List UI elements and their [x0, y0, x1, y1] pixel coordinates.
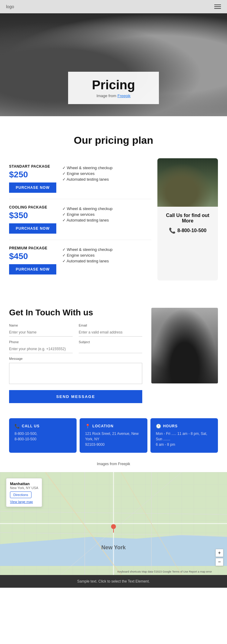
hero-section: Pricing Image from Freepik	[0, 13, 227, 116]
feature-item: Engine services	[62, 171, 151, 176]
map-location-name: Manhattan	[10, 481, 38, 486]
form-group-message: Message	[9, 357, 142, 385]
map-section: New York Manhattan New York, NY USA Dire…	[0, 472, 227, 575]
package-left-cooling: COOLING PACKAGE $350 PURCHASE NOW	[9, 205, 56, 234]
package-left-premium: PREMIUM PACKAGE $450 PURCHASE NOW	[9, 246, 56, 274]
sidebar-contact: Call Us for find out More 📞 8-800-10-500	[157, 207, 218, 281]
map-view-large-link[interactable]: View large map	[10, 500, 33, 504]
logo: logo	[6, 4, 14, 9]
subject-input[interactable]	[79, 345, 142, 353]
package-row-cooling: COOLING PACKAGE $350 PURCHASE NOW Wheel …	[9, 199, 151, 240]
map-overlay: Manhattan New York, NY USA Directions Vi…	[6, 478, 42, 507]
message-label: Message	[9, 357, 142, 360]
sidebar-phone: 📞 8-800-10-500	[163, 227, 212, 234]
call-icon: 📞	[15, 424, 20, 429]
pricing-title: Our pricing plan	[9, 134, 218, 146]
package-features-standard: Wheel & steering checkup Engine services…	[62, 164, 151, 183]
phone-icon: 📞	[169, 227, 176, 234]
info-cards: 📞 CALL US 8-800-10-500, 8-800-10-500 📍 L…	[0, 418, 227, 459]
map-zoom-in-button[interactable]: +	[215, 549, 223, 557]
freepik-note: Images from Freepik	[0, 459, 227, 472]
map-attribution: Keyboard shortcuts Map data ©2023 Google…	[117, 570, 212, 573]
form-group-name: Name	[9, 324, 73, 337]
info-card-hours-content: Mon - Fri ..... 11 am - 8 pm, Sat, Sun .…	[156, 431, 212, 447]
send-message-button[interactable]: SEND MESSAGE	[9, 390, 142, 403]
feature-item: Automated testing lanes	[62, 218, 151, 222]
form-row-phone-subject: Phone Subject	[9, 340, 142, 353]
feature-item: Wheel & steering checkup	[62, 206, 151, 211]
message-textarea[interactable]	[9, 363, 142, 384]
info-card-location-title: 📍 LOCATION	[85, 424, 142, 429]
pricing-grid: STANDART PACKAGE $250 PURCHASE NOW Wheel…	[9, 158, 218, 281]
contact-form-area: Get In Touch With us Name Email Phone Su…	[9, 308, 142, 403]
package-price-standard: $250	[9, 170, 56, 179]
feature-item: Engine services	[62, 253, 151, 258]
phone-number: 8-800-10-500	[177, 228, 206, 233]
sidebar-image	[157, 158, 218, 207]
form-group-phone: Phone	[9, 340, 73, 353]
package-row-standard: STANDART PACKAGE $250 PURCHASE NOW Wheel…	[9, 158, 151, 199]
form-group-subject: Subject	[79, 340, 142, 353]
map-zoom-out-button[interactable]: −	[215, 558, 223, 566]
info-card-hours-title: 🕐 HOURS	[156, 424, 212, 429]
feature-item: Automated testing lanes	[62, 259, 151, 263]
info-card-location-content: 121 Rock Sreet, 21 Avenue, New York, NY …	[85, 431, 142, 447]
pricing-section: Our pricing plan STANDART PACKAGE $250 P…	[0, 116, 227, 293]
package-price-premium: $450	[9, 251, 56, 261]
packages-list: STANDART PACKAGE $250 PURCHASE NOW Wheel…	[9, 158, 151, 281]
freepik-link[interactable]: Freepik	[117, 94, 130, 98]
form-group-email: Email	[79, 324, 142, 337]
contact-title: Get In Touch With us	[9, 308, 142, 317]
form-row-name-email: Name Email	[9, 324, 142, 337]
package-features-cooling: Wheel & steering checkup Engine services…	[62, 205, 151, 224]
svg-point-9	[111, 524, 116, 529]
sidebar-contact-title: Call Us for find out More	[163, 213, 212, 224]
location-icon: 📍	[85, 424, 90, 429]
contact-section: Get In Touch With us Name Email Phone Su…	[0, 293, 227, 418]
info-card-hours: 🕐 HOURS Mon - Fri ..... 11 am - 8 pm, Sa…	[150, 418, 218, 453]
package-features-premium: Wheel & steering checkup Engine services…	[62, 246, 151, 264]
hero-subtitle: Image from Freepik	[86, 94, 141, 98]
svg-line-2	[0, 511, 227, 514]
hamburger-menu[interactable]	[214, 5, 221, 9]
email-input[interactable]	[79, 328, 142, 337]
purchase-button-cooling[interactable]: PURCHASE NOW	[9, 223, 56, 234]
map-background: New York Manhattan New York, NY USA Dire…	[0, 472, 227, 575]
purchase-button-standard[interactable]: PURCHASE NOW	[9, 182, 56, 193]
page-title: Pricing	[86, 78, 141, 92]
hours-icon: 🕐	[156, 424, 161, 429]
pricing-sidebar: Call Us for find out More 📞 8-800-10-500	[157, 158, 218, 281]
package-name-standard: STANDART PACKAGE	[9, 164, 56, 169]
phone-input[interactable]	[9, 345, 73, 353]
map-location-sub: New York, NY USA	[10, 486, 38, 490]
subject-label: Subject	[79, 340, 142, 344]
footer-text: Sample text. Click to select the Text El…	[77, 579, 150, 583]
header: logo	[0, 0, 227, 13]
footer: Sample text. Click to select the Text El…	[0, 575, 227, 588]
map-directions-button[interactable]: Directions	[10, 491, 31, 498]
svg-line-1	[0, 533, 227, 536]
feature-item: Automated testing lanes	[62, 177, 151, 182]
info-card-location: 📍 LOCATION 121 Rock Sreet, 21 Avenue, Ne…	[80, 418, 147, 453]
package-left-standard: STANDART PACKAGE $250 PURCHASE NOW	[9, 164, 56, 193]
info-card-call: 📞 CALL US 8-800-10-500, 8-800-10-500	[9, 418, 77, 453]
package-name-cooling: COOLING PACKAGE	[9, 205, 56, 209]
contact-image	[151, 308, 218, 383]
email-label: Email	[79, 324, 142, 327]
info-card-call-title: 📞 CALL US	[15, 424, 71, 429]
feature-item: Engine services	[62, 212, 151, 217]
package-price-cooling: $350	[9, 211, 56, 220]
map-label-new-york: New York	[101, 544, 126, 551]
feature-item: Wheel & steering checkup	[62, 247, 151, 252]
info-card-call-content: 8-800-10-500, 8-800-10-500	[15, 431, 71, 442]
feature-item: Wheel & steering checkup	[62, 166, 151, 170]
purchase-button-premium[interactable]: PURCHASE NOW	[9, 264, 56, 274]
hero-title-box: Pricing Image from Freepik	[68, 72, 159, 104]
name-input[interactable]	[9, 328, 73, 337]
package-row-premium: PREMIUM PACKAGE $450 PURCHASE NOW Wheel …	[9, 240, 151, 281]
package-name-premium: PREMIUM PACKAGE	[9, 246, 56, 250]
name-label: Name	[9, 324, 73, 327]
phone-label: Phone	[9, 340, 73, 344]
